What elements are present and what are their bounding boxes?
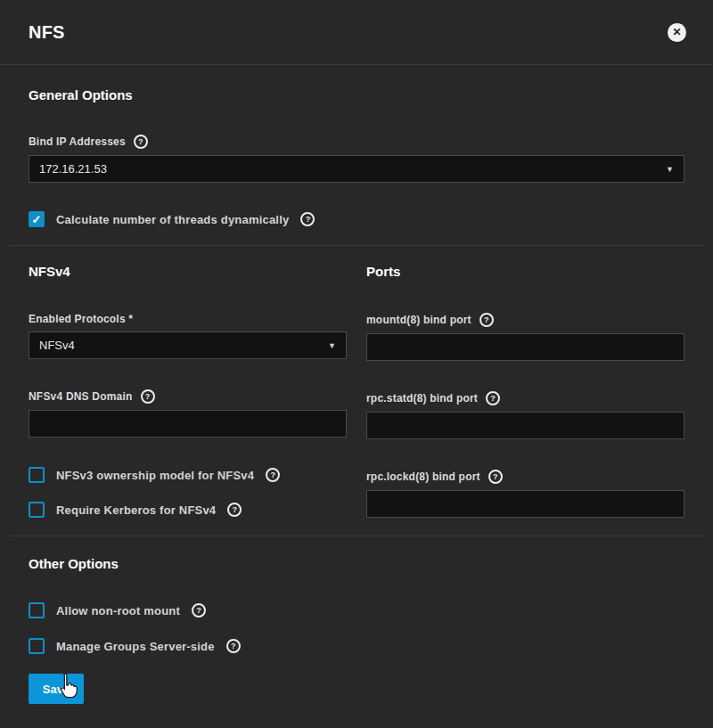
section-heading-other-options: Other Options [29,556,684,571]
mountd-port-input[interactable] [366,333,684,361]
threads-checkbox-row[interactable]: ✓ Calculate number of threads dynamicall… [29,211,684,227]
enabled-protocols-value: NFSv4 [39,339,75,352]
help-icon[interactable]: ? [227,503,242,517]
dialog-body: General Options Bind IP Addresses ? ▼ ✓ … [0,65,713,704]
statd-port-label-text: rpc.statd(8) bind port [366,392,478,405]
enabled-protocols-label-text: Enabled Protocols * [29,313,133,325]
ownership-checkbox-row[interactable]: ✓ NFSv3 ownership model for NFSv4 ? [29,467,347,483]
kerberos-checkbox-label: Require Kerberos for NFSv4 [56,503,216,517]
bind-ip-label-text: Bind IP Addresses [29,135,126,148]
ownership-checkbox[interactable]: ✓ [29,467,45,483]
mountd-port-field-wrap [366,333,684,361]
statd-port-label: rpc.statd(8) bind port ? [366,391,684,405]
close-icon: ✕ [672,27,681,37]
ownership-checkbox-label: NFSv3 ownership model for NFSv4 [56,469,254,482]
section-heading-nfsv4: NFSv4 [29,264,347,279]
enabled-protocols-field-wrap: NFSv4 ▼ [29,331,347,359]
help-icon[interactable]: ? [300,212,315,226]
help-icon[interactable]: ? [479,313,494,327]
threads-checkbox[interactable]: ✓ [29,211,45,227]
manage-groups-checkbox-row[interactable]: ✓ Manage Groups Server-side ? [29,638,684,654]
lockd-port-label: rpc.lockd(8) bind port ? [366,470,684,484]
dns-domain-label-text: NFSv4 DNS Domain [29,390,133,403]
bind-ip-label: Bind IP Addresses ? [29,135,684,149]
ports-column: Ports mountd(8) bind port ? rpc.statd(8)… [366,264,684,518]
manage-groups-checkbox[interactable]: ✓ [29,638,45,654]
help-icon[interactable]: ? [488,470,503,484]
save-button[interactable]: Save [29,674,84,704]
bind-ip-field-wrap: ▼ [29,155,684,183]
kerberos-checkbox-row[interactable]: ✓ Require Kerberos for NFSv4 ? [29,502,347,518]
nfsv4-column: NFSv4 Enabled Protocols * NFSv4 ▼ NFSv4 … [29,264,347,518]
nonroot-checkbox[interactable]: ✓ [29,602,45,618]
manage-groups-checkbox-label: Manage Groups Server-side [56,640,215,653]
dns-domain-field-wrap [29,410,347,438]
statd-port-input[interactable] [366,412,684,439]
dns-domain-label: NFSv4 DNS Domain ? [29,389,347,404]
section-divider [9,245,704,246]
help-icon[interactable]: ? [266,468,280,482]
close-button[interactable]: ✕ [668,23,686,42]
section-heading-ports: Ports [366,264,684,279]
nonroot-checkbox-label: Allow non-root mount [56,604,180,618]
nfs-settings-dialog: NFS ✕ General Options Bind IP Addresses … [0,0,713,728]
dns-domain-input[interactable] [29,410,347,438]
enabled-protocols-label: Enabled Protocols * [29,313,347,325]
section-divider [9,536,704,536]
lockd-port-field-wrap [366,490,684,518]
threads-checkbox-label: Calculate number of threads dynamically [56,213,289,226]
statd-port-field-wrap [366,412,684,439]
kerberos-checkbox[interactable]: ✓ [29,502,45,518]
help-icon[interactable]: ? [226,639,241,653]
section-heading-general-options: General Options [29,65,684,102]
mountd-port-label: mountd(8) bind port ? [366,313,684,327]
dialog-header: NFS ✕ [0,0,713,65]
help-icon[interactable]: ? [141,389,155,404]
lockd-port-input[interactable] [366,490,684,518]
bind-ip-input[interactable] [29,155,684,183]
mountd-port-label-text: mountd(8) bind port [366,314,471,326]
enabled-protocols-select[interactable]: NFSv4 [29,331,347,359]
nonroot-checkbox-row[interactable]: ✓ Allow non-root mount ? [29,602,684,618]
help-icon[interactable]: ? [486,391,500,405]
lockd-port-label-text: rpc.lockd(8) bind port [366,470,480,483]
dialog-title: NFS [29,22,65,43]
check-icon: ✓ [32,214,42,225]
nfsv4-ports-columns: NFSv4 Enabled Protocols * NFSv4 ▼ NFSv4 … [29,264,684,518]
help-icon[interactable]: ? [192,603,206,618]
help-icon[interactable]: ? [134,135,148,149]
